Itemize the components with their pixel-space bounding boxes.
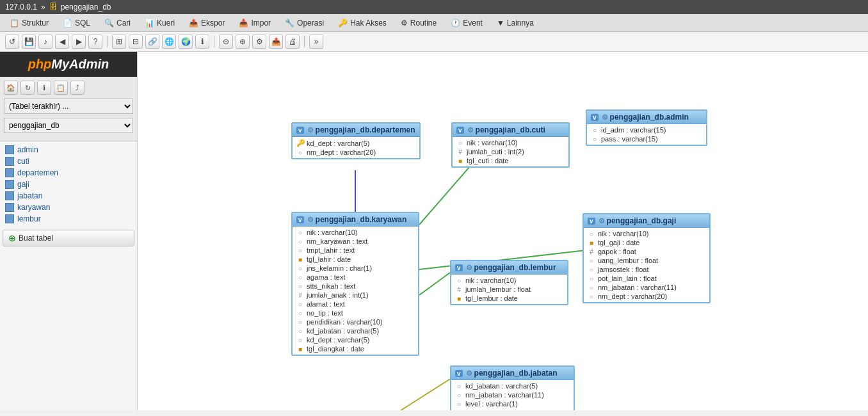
- field-text: tgl_lembur : date: [465, 294, 518, 302]
- tab-event[interactable]: 🕐 Event: [444, 14, 490, 31]
- field-row: ○nm_jabatan : varchar(11): [584, 283, 709, 292]
- export-btn[interactable]: 📤: [269, 35, 283, 49]
- forward-btn[interactable]: »: [309, 35, 323, 49]
- save-btn[interactable]: 💾: [22, 35, 36, 49]
- sidebar-item-departemen[interactable]: departemen: [3, 167, 134, 179]
- svg-line-2: [419, 269, 454, 295]
- table-icon: [5, 157, 14, 166]
- create-table-btn[interactable]: ⊕ Buat tabel: [3, 230, 134, 246]
- tab-hak-akses[interactable]: 🔑 Hak Akses: [331, 14, 394, 31]
- table-icon: [5, 214, 14, 223]
- nav-left-btn[interactable]: ◀: [55, 35, 69, 49]
- sidebar-item-cuti[interactable]: cuti: [3, 156, 134, 167]
- recent-table-select[interactable]: (Tabel terakhir) ...: [4, 99, 133, 114]
- hash-icon: #: [588, 248, 595, 255]
- table-title-gaji: penggajian_db.gaji: [607, 216, 677, 225]
- field-row: ○level : varchar(1): [451, 399, 574, 408]
- tab-routine[interactable]: ⚙ Routine: [394, 14, 444, 31]
- v-badge: v: [588, 218, 595, 225]
- tab-lainnya[interactable]: ▼ Lainnya: [490, 14, 541, 31]
- table-body-cuti: ○ nik : varchar(10) # jumlah_cuti : int(…: [453, 137, 568, 166]
- home-icon-btn[interactable]: 🏠: [4, 81, 18, 95]
- hak-akses-icon: 🔑: [338, 19, 348, 28]
- table-card-lembur[interactable]: v ⚙ penggajian_db.lembur ○nik : varchar(…: [450, 260, 568, 305]
- tab-cari[interactable]: 🔍 Cari: [97, 14, 138, 31]
- link-btn[interactable]: 🔗: [145, 35, 159, 49]
- field-row: ■ tgl_cuti : date: [453, 156, 568, 165]
- create-btn-label: Buat tabel: [19, 234, 53, 243]
- settings-btn[interactable]: ⚙: [252, 35, 266, 49]
- php-text: php: [28, 57, 52, 71]
- field-row: ■tgl_gaji : date: [584, 238, 709, 247]
- sidebar-item-karyawan[interactable]: karyawan: [3, 202, 134, 213]
- field-text: jumlah_lembur : float: [465, 285, 531, 293]
- square-icon: ■: [588, 239, 595, 246]
- table-header-cuti: v ⚙ penggajian_db.cuti: [453, 124, 568, 137]
- sidebar-item-gaji[interactable]: gaji: [3, 179, 134, 190]
- help-btn[interactable]: ?: [88, 35, 102, 49]
- table-body-departemen: 🔑 kd_dept : varchar(5) ○ nm_dept : varch…: [293, 137, 419, 158]
- field-row: ○ nm_dept : varchar(20): [293, 148, 419, 157]
- circle-icon: ○: [455, 277, 463, 284]
- field-text: pass : varchar(15): [601, 135, 658, 143]
- tab-ekspor[interactable]: 📤 Ekspor: [182, 14, 232, 31]
- grid2-btn[interactable]: ⊟: [129, 35, 143, 49]
- field-row: ○ pass : varchar(15): [587, 134, 706, 143]
- table-body-gaji: ○nik : varchar(10) ■tgl_gaji : date #gap…: [584, 228, 709, 302]
- globe2-btn[interactable]: 🌍: [179, 35, 193, 49]
- db-select[interactable]: penggajian_db: [4, 118, 133, 133]
- circle-icon: ○: [296, 310, 304, 317]
- circle-icon: ○: [296, 265, 304, 272]
- field-text: kd_jabatan : varchar(5): [307, 327, 379, 335]
- sidebar-item-lembur[interactable]: lembur: [3, 213, 134, 225]
- circle-icon: ○: [296, 337, 304, 344]
- zoom-in-btn[interactable]: ⊕: [236, 35, 250, 49]
- refresh-icon-btn[interactable]: ↻: [20, 81, 35, 95]
- table-card-admin[interactable]: v ⚙ penggajian_db.admin ○ id_adm : varch…: [586, 109, 707, 146]
- table-body-jabatan: ○kd_jabatan : varchar(5) ○nm_jabatan : v…: [451, 380, 574, 410]
- field-text: gapok : float: [465, 409, 504, 410]
- cari-icon: 🔍: [104, 19, 114, 28]
- field-text: nm_jabatan : varchar(11): [465, 391, 544, 399]
- field-text: gapok : float: [598, 248, 636, 255]
- myadmin-text: MyAdmin: [51, 57, 109, 71]
- info-btn[interactable]: ℹ: [195, 35, 209, 49]
- tab-operasi[interactable]: 🔧 Operasi: [278, 14, 331, 31]
- refresh-btn[interactable]: ↺: [5, 35, 19, 49]
- tab-sql[interactable]: 📄 SQL: [56, 14, 97, 31]
- field-row: ○kd_jabatan : varchar(5): [451, 381, 574, 390]
- square-icon: ■: [296, 256, 304, 263]
- gear-icon: ⚙: [467, 126, 474, 134]
- sidebar-item-admin[interactable]: admin: [3, 144, 134, 156]
- table-card-karyawan[interactable]: v ⚙ penggajian_db.karyawan ○nik : varcha…: [291, 212, 419, 356]
- table-name-jabatan: jabatan: [17, 191, 42, 200]
- grid-btn[interactable]: ⊞: [112, 35, 126, 49]
- circle-icon: ○: [296, 229, 304, 236]
- table-icon: [5, 145, 14, 154]
- field-row: ○jns_kelamin : char(1): [293, 264, 418, 273]
- table-card-jabatan[interactable]: v ⚙ penggajian_db.jabatan ○kd_jabatan : …: [450, 365, 575, 410]
- circle-icon: ○: [455, 401, 463, 408]
- print-btn[interactable]: 🖨: [285, 35, 300, 49]
- tab-struktur[interactable]: 📋 Struktur: [3, 14, 56, 31]
- field-text: agama : text: [307, 273, 346, 281]
- canvas[interactable]: v ⚙ penggajian_db.departemen 🔑 kd_dept :…: [138, 52, 868, 410]
- circle-icon: ○: [296, 238, 304, 245]
- table-card-gaji[interactable]: v ⚙ penggajian_db.gaji ○nik : varchar(10…: [583, 213, 711, 303]
- table-card-cuti[interactable]: v ⚙ penggajian_db.cuti ○ nik : varchar(1…: [451, 122, 570, 168]
- sidebar-item-jabatan[interactable]: jabatan: [3, 190, 134, 202]
- info-icon-btn[interactable]: ℹ: [37, 81, 51, 95]
- field-row: #jumlah_lembur : float: [451, 285, 567, 294]
- zoom-out-btn[interactable]: ⊖: [219, 35, 233, 49]
- nav-right-btn[interactable]: ▶: [72, 35, 86, 49]
- db-icon: 🗄: [49, 3, 57, 12]
- tab-kueri[interactable]: 📊 Kueri: [138, 14, 182, 31]
- field-text: kd_dept : varchar(5): [307, 336, 369, 344]
- tab-impor[interactable]: 📥 Impor: [232, 14, 278, 31]
- copy-icon-btn[interactable]: 📋: [54, 81, 68, 95]
- note-btn[interactable]: ♪: [38, 35, 52, 49]
- table-card-departemen[interactable]: v ⚙ penggajian_db.departemen 🔑 kd_dept :…: [291, 122, 421, 159]
- exit-icon-btn[interactable]: ⤴: [70, 81, 84, 95]
- field-text: tgl_cuti : date: [467, 157, 508, 164]
- globe-btn[interactable]: 🌐: [162, 35, 176, 49]
